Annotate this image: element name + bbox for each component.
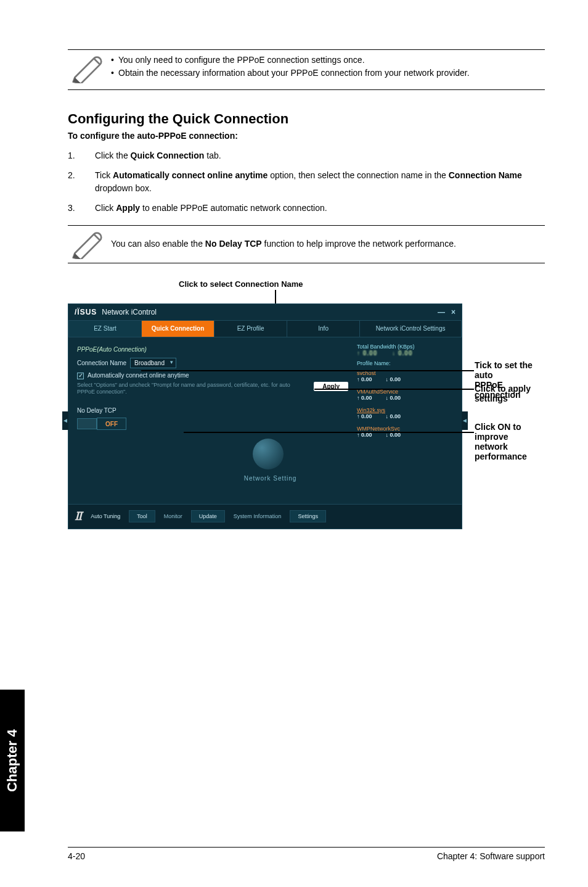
page-number: 4-20 [68, 851, 85, 861]
note1-bullet2: Obtain the necessary information about y… [118, 67, 470, 80]
arrow-down-icon [275, 290, 276, 305]
auto-tuning-label: Auto Tuning [91, 513, 120, 519]
page-footer: 4-20 Chapter 4: Software support [68, 847, 545, 861]
auto-connect-label: Automatically connect online anytime [88, 372, 189, 379]
annotation-line-3 [184, 432, 474, 433]
pppoe-heading: PPPoE(Auto Connection) [77, 346, 348, 353]
nav-right-icon[interactable]: ◄ [462, 411, 468, 430]
profile-name-label: Profile Name: [357, 360, 453, 366]
step-1: 1. Click the Quick Connection tab. [68, 149, 545, 163]
app-window: /ÏSUS Network iControl —× EZ Start Quick… [68, 303, 462, 529]
toolbar-monitor[interactable]: Monitor [164, 513, 182, 519]
chapter-tab: Chapter 4 [0, 690, 25, 831]
step-3-num: 3. [68, 202, 95, 215]
toolbar-sysinfo[interactable]: System Information [234, 514, 282, 519]
annotation-line-1 [141, 370, 474, 371]
toggle-track[interactable] [77, 418, 97, 429]
annotation-click-on: Click ON to improve network performance [475, 422, 545, 461]
footer-chapter-title: Chapter 4: Software support [437, 851, 545, 861]
network-globe-icon [253, 439, 284, 469]
connection-name-select[interactable]: Broadband [130, 358, 176, 368]
pencil-icon [68, 54, 111, 83]
nav-left-icon[interactable]: ◄ [62, 411, 68, 430]
pencil-icon [68, 229, 111, 259]
bottom-toolbar: Ⅱ Auto Tuning Tool Monitor Update System… [68, 504, 462, 529]
note1-bullet1: You only need to configure the PPPoE con… [118, 54, 365, 67]
step-2-num: 2. [68, 169, 95, 196]
window-title: Network iControl [102, 308, 157, 316]
step-1-num: 1. [68, 149, 95, 163]
toolbar-tool[interactable]: Tool [129, 510, 155, 522]
connection-name-label: Connection Name [77, 360, 126, 366]
toolbar-settings[interactable]: Settings [290, 510, 326, 522]
ai-suite-logo: Ⅱ [75, 510, 82, 523]
tab-settings[interactable]: Network iControl Settings [360, 320, 462, 337]
annotation-line-2 [314, 389, 474, 390]
brand-logo: /ÏSUS [75, 308, 97, 316]
annotation-apply: Click to apply settings [475, 384, 545, 403]
tab-quick-connection[interactable]: Quick Connection [142, 320, 214, 337]
tab-ez-profile[interactable]: EZ Profile [214, 320, 287, 337]
tab-info[interactable]: Info [287, 320, 360, 337]
hint-text: Select "Options" and uncheck "Prompt for… [77, 382, 314, 395]
tabs: EZ Start Quick Connection EZ Profile Inf… [68, 320, 462, 337]
toolbar-update[interactable]: Update [191, 510, 225, 522]
process-list: svchost↑ 0.00↓ 0.00 VMAuthdService↑ 0.00… [357, 370, 458, 438]
step-3: 3. Click Apply to enable PPPoE automatic… [68, 202, 545, 215]
step-2: 2. Tick Automatically connect online any… [68, 169, 545, 196]
auto-connect-checkbox[interactable]: ✓ [77, 373, 84, 379]
note-block-mid: You can also enable the No Delay TCP fun… [68, 225, 545, 263]
section-subheading: To configure the auto-PPPoE connection: [68, 131, 545, 141]
no-delay-toggle-off[interactable]: OFF [97, 418, 126, 430]
section-heading: Configuring the Quick Connection [68, 111, 545, 127]
note-block-top: •You only need to configure the PPPoE co… [68, 49, 545, 90]
minimize-icon[interactable]: — [438, 308, 445, 316]
network-setting-label: Network Setting [244, 475, 297, 482]
no-delay-tcp-label: No Delay TCP [77, 407, 348, 414]
total-bandwidth-label: Total Bandwidth (KBps) [357, 344, 453, 350]
window-titlebar: /ÏSUS Network iControl —× [68, 304, 462, 320]
tab-ez-start[interactable]: EZ Start [68, 320, 142, 337]
close-icon[interactable]: × [451, 308, 455, 316]
figure-caption-top: Click to select Connection Name [179, 279, 545, 289]
